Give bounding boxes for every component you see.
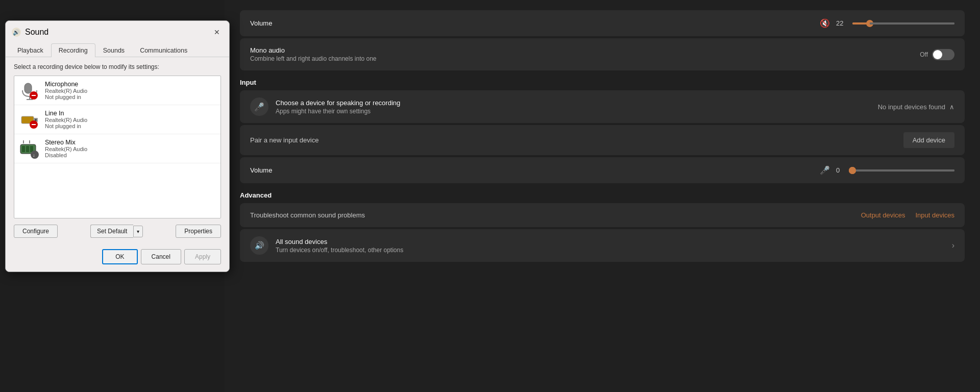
mono-audio-subtitle: Combine left and right audio channels in… [250,55,377,62]
pair-device-label: Pair a new input device [250,136,318,144]
all-devices-left: 🔊 All sound devices Turn devices on/off,… [250,236,403,255]
tab-communications[interactable]: Communications [132,43,195,57]
device-name-stereomix: Stereo Mix [45,139,215,146]
input-volume-value: 0 [836,166,846,174]
input-dropdown-chevron[interactable]: ∧ [949,103,954,111]
dialog-bottom-buttons: OK Cancel Apply [6,244,229,272]
device-item-linein[interactable]: Line In Realtek(R) Audio Not plugged in [14,105,220,134]
input-volume-label: Volume [250,166,272,174]
mono-audio-toggle[interactable]: Off [920,49,954,60]
mono-audio-title: Mono audio [250,46,377,54]
tab-playback[interactable]: Playback [10,43,51,57]
all-devices-title: All sound devices [276,238,403,246]
input-device-subtitle: Apps might have their own settings [276,108,400,115]
device-name-linein: Line In [45,110,215,117]
all-devices-chevron: › [952,241,954,250]
device-item-microphone[interactable]: Microphone Realtek(R) Audio Not plugged … [14,76,220,105]
cancel-button[interactable]: Cancel [141,249,181,264]
toggle-state-label: Off [920,51,928,58]
apply-button[interactable]: Apply [184,249,221,264]
mono-audio-row: Mono audio Combine left and right audio … [240,38,965,70]
device-info-stereomix: Stereo Mix Realtek(R) Audio Disabled [45,139,215,158]
troubleshoot-links: Output devices Input devices [861,211,954,219]
device-driver-microphone: Realtek(R) Audio [45,88,215,94]
device-status-stereomix: Disabled [45,152,215,158]
toggle-knob [933,50,942,59]
svg-text:↓: ↓ [33,153,35,158]
troubleshoot-row: Troubleshoot common sound problems Outpu… [240,203,965,227]
dialog-title-left: 🔊 Sound [12,28,48,37]
properties-button[interactable]: Properties [176,225,221,238]
troubleshoot-label: Troubleshoot common sound problems [250,211,365,219]
input-mic-vol-icon: 🎤 [820,165,830,175]
dialog-titlebar: 🔊 Sound ✕ [6,21,229,43]
volume-slider-track[interactable] [852,22,954,24]
set-default-arrow-button[interactable]: ▾ [133,226,143,237]
input-devices-link[interactable]: Input devices [915,211,954,219]
dialog-close-button[interactable]: ✕ [211,26,223,38]
device-status-linein: Not plugged in [45,123,215,129]
device-list: Microphone Realtek(R) Audio Not plugged … [14,76,221,218]
input-device-title: Choose a device for speaking or recordin… [276,99,400,107]
device-info-microphone: Microphone Realtek(R) Audio Not plugged … [45,81,215,100]
svg-rect-14 [26,146,29,152]
input-device-header: 🎤 Choose a device for speaking or record… [250,97,954,116]
volume-label: Volume [250,19,272,27]
dialog-actions-left: Configure [14,225,58,238]
linein-icon [19,109,40,130]
dialog-actions-row: Configure Set Default ▾ Properties [14,225,221,238]
input-volume-control: 🎤 0 [820,165,954,175]
input-section-header: Input [240,79,965,86]
dialog-body: Select a recording device below to modif… [6,57,229,244]
device-info-linein: Line In Realtek(R) Audio Not plugged in [45,110,215,129]
volume-row: Volume 🔇 22 [240,10,965,36]
set-default-button[interactable]: Set Default [90,225,133,238]
volume-value: 22 [836,19,846,27]
all-devices-subtitle: Turn devices on/off, troubleshoot, other… [276,247,403,254]
advanced-section-header: Advanced [240,191,965,199]
mono-audio-info: Mono audio Combine left and right audio … [250,46,377,62]
input-device-right[interactable]: No input devices found ∧ [878,103,954,111]
mono-audio-toggle-switch[interactable] [932,49,954,60]
input-volume-slider[interactable] [852,169,954,172]
device-name-microphone: Microphone [45,81,215,88]
svg-rect-2 [24,83,32,93]
dialog-title: Sound [25,28,48,37]
all-devices-info: All sound devices Turn devices on/off, t… [276,238,403,254]
device-driver-stereomix: Realtek(R) Audio [45,146,215,152]
all-devices-row[interactable]: 🔊 All sound devices Turn devices on/off,… [240,229,965,262]
ok-button[interactable]: OK [102,249,137,264]
input-device-row: 🎤 Choose a device for speaking or record… [240,90,965,123]
pair-device-row: Pair a new input device Add device [240,125,965,155]
sound-dialog: 🔊 Sound ✕ Playback Recording Sounds Comm… [5,20,230,272]
set-default-group: Set Default ▾ [90,225,143,238]
sound-icon: 🔊 [12,28,21,37]
output-devices-link[interactable]: Output devices [861,211,905,219]
mute-icon[interactable]: 🔇 [820,18,830,28]
no-input-label: No input devices found [878,103,945,111]
tab-sounds[interactable]: Sounds [95,43,132,57]
tab-recording[interactable]: Recording [51,43,95,57]
dialog-instruction: Select a recording device below to modif… [14,63,221,70]
input-volume-row: Volume 🎤 0 [240,157,965,183]
dialog-tabs: Playback Recording Sounds Communications [6,43,229,57]
svg-point-9 [35,119,37,121]
svg-rect-13 [22,146,25,152]
input-device-left: 🎤 Choose a device for speaking or record… [250,97,400,116]
settings-panel: Volume 🔇 22 Mono audio Combine left and … [225,0,980,392]
input-device-info: Choose a device for speaking or recordin… [276,99,400,115]
stereomix-icon: ↓ [19,138,40,159]
configure-button[interactable]: Configure [14,225,58,238]
input-mic-icon: 🎤 [250,97,268,116]
device-item-stereomix[interactable]: ↓ Stereo Mix Realtek(R) Audio Disabled [14,134,220,163]
volume-control: 🔇 22 [820,18,954,28]
all-devices-icon: 🔊 [250,236,268,255]
device-status-microphone: Not plugged in [45,94,215,100]
device-driver-linein: Realtek(R) Audio [45,117,215,123]
microphone-icon [19,80,40,101]
svg-text:🔊: 🔊 [13,29,20,36]
add-device-button[interactable]: Add device [903,132,954,148]
